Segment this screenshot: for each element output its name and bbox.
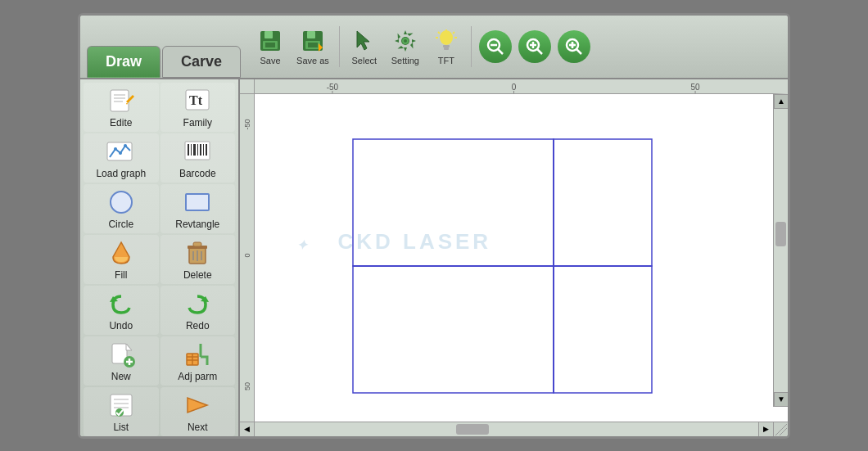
sidebar-item-edite[interactable]: Edite xyxy=(84,83,159,132)
svg-rect-33 xyxy=(111,90,129,111)
toolbar-icons: Save Save as xyxy=(246,16,598,78)
svg-line-18 xyxy=(453,32,454,34)
scroll-up-arrow[interactable]: ▲ xyxy=(774,94,788,109)
sidebar-item-revtangle[interactable]: Revtangle xyxy=(160,184,236,233)
family-label: Family xyxy=(183,117,212,129)
svg-rect-55 xyxy=(193,242,201,246)
undo-label: Undo xyxy=(109,320,133,331)
zoom-out-button[interactable] xyxy=(479,30,512,63)
scroll-left-arrow[interactable]: ◀ xyxy=(240,422,255,436)
select-button[interactable]: Select xyxy=(345,25,384,69)
save-as-label: Save as xyxy=(296,56,329,65)
svg-rect-48 xyxy=(200,144,201,156)
scroll-thumb-vertical[interactable] xyxy=(775,222,786,246)
svg-rect-14 xyxy=(443,45,450,47)
tab-group: Draw Carve xyxy=(80,16,246,78)
barcode-label: Barcode xyxy=(179,168,216,179)
svg-rect-50 xyxy=(206,144,207,156)
sidebar-row-0: Edite Tt Family xyxy=(84,83,235,132)
svg-text:-50: -50 xyxy=(327,83,339,92)
revtangle-icon xyxy=(181,187,214,217)
edite-icon xyxy=(105,86,138,115)
svg-line-31 xyxy=(576,49,581,54)
revtangle-label: Revtangle xyxy=(175,219,219,230)
barcode-icon xyxy=(181,137,214,166)
sidebar-item-load-graph[interactable]: Load graph xyxy=(84,133,159,183)
sidebar-item-circle[interactable]: Circle xyxy=(84,184,159,233)
setting-button[interactable]: Setting xyxy=(386,25,425,69)
sidebar-row-3: Fill Delete xyxy=(84,235,235,284)
sidebar-item-barcode[interactable]: Barcode xyxy=(160,133,236,183)
svg-rect-3 xyxy=(265,43,275,47)
scroll-right-arrow[interactable]: ▶ xyxy=(758,422,773,436)
gear-icon xyxy=(392,28,418,54)
new-icon xyxy=(105,340,138,369)
delete-label: Delete xyxy=(183,269,212,281)
delete-icon xyxy=(181,238,214,268)
svg-point-32 xyxy=(570,43,575,47)
next-label: Next xyxy=(188,422,208,433)
list-icon xyxy=(105,390,138,420)
save-as-button[interactable]: Save as xyxy=(292,25,334,69)
tab-carve[interactable]: Carve xyxy=(162,46,241,78)
sidebar-row-2: Circle Revtangle xyxy=(84,184,235,233)
adj-parm-icon xyxy=(181,340,214,369)
sidebar-item-delete[interactable]: Delete xyxy=(160,235,236,284)
drawing-canvas[interactable]: ✦ CKD LASER xyxy=(255,94,788,422)
svg-line-17 xyxy=(438,32,440,34)
sidebar-item-next[interactable]: Next xyxy=(160,387,236,436)
sidebar-row-4: Undo Redo xyxy=(84,286,235,335)
fill-label: Fill xyxy=(115,269,127,281)
redo-label: Redo xyxy=(186,320,210,331)
bulb-icon xyxy=(433,28,459,54)
circle-label: Circle xyxy=(108,219,133,230)
svg-rect-44 xyxy=(188,144,189,156)
svg-rect-1 xyxy=(264,31,273,38)
sidebar-item-list[interactable]: List xyxy=(84,387,159,436)
edite-label: Edite xyxy=(110,117,132,129)
zoom-in-button[interactable] xyxy=(558,30,590,63)
tab-draw[interactable]: Draw xyxy=(87,46,160,78)
svg-rect-46 xyxy=(193,144,196,156)
drawing-svg xyxy=(255,94,788,422)
sidebar-row-5: New Adj parm xyxy=(84,336,235,386)
app-window: Draw Carve Save xyxy=(78,13,790,439)
load-graph-icon xyxy=(105,137,138,166)
svg-rect-84 xyxy=(554,139,652,266)
save-as-icon xyxy=(300,28,326,54)
save-button[interactable]: Save xyxy=(251,25,290,69)
undo-icon xyxy=(105,289,138,318)
svg-marker-9 xyxy=(357,31,369,50)
sidebar-item-family[interactable]: Tt Family xyxy=(160,83,236,132)
zoom-fit-button[interactable] xyxy=(518,30,551,63)
sidebar-item-redo[interactable]: Redo xyxy=(160,286,236,335)
toolbar: Draw Carve Save xyxy=(80,16,788,79)
svg-point-13 xyxy=(440,30,453,45)
family-icon: Tt xyxy=(181,86,214,115)
main-content: Edite Tt Family xyxy=(80,79,788,436)
scrollbar-vertical[interactable]: ▲ ▼ xyxy=(773,94,788,407)
svg-point-12 xyxy=(404,39,407,43)
save-icon xyxy=(257,28,283,54)
sidebar-item-undo[interactable]: Undo xyxy=(84,286,159,335)
scroll-track-vertical xyxy=(774,109,788,392)
sidebar-item-adj-parm[interactable]: Adj parm xyxy=(160,336,236,386)
svg-point-41 xyxy=(119,151,122,155)
svg-rect-52 xyxy=(186,194,209,210)
tft-button[interactable]: TFT xyxy=(427,25,466,69)
save-label: Save xyxy=(260,56,281,65)
next-icon xyxy=(181,390,214,420)
scroll-down-arrow[interactable]: ▼ xyxy=(774,392,788,407)
zoom-in-icon xyxy=(565,38,583,56)
sidebar-item-fill[interactable]: Fill xyxy=(84,235,159,284)
new-label: New xyxy=(111,371,131,382)
scroll-thumb-horizontal[interactable] xyxy=(456,424,489,435)
sidebar-row-6: List Next xyxy=(84,387,235,436)
corner-resize xyxy=(773,422,788,436)
scrollbar-horizontal[interactable] xyxy=(255,422,758,436)
sidebar-item-new[interactable]: New xyxy=(84,336,159,386)
svg-line-89 xyxy=(780,428,787,435)
svg-rect-83 xyxy=(353,266,554,393)
adj-parm-label: Adj parm xyxy=(178,371,217,382)
svg-rect-49 xyxy=(203,144,204,156)
